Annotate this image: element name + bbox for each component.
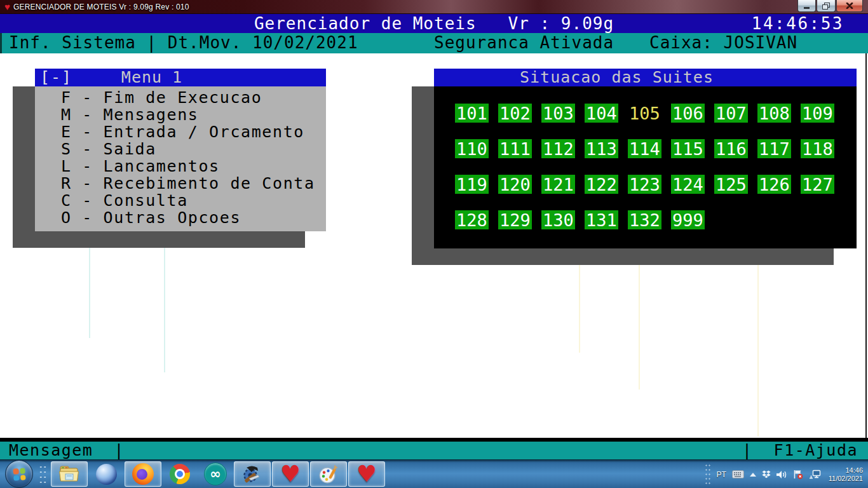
language-indicator[interactable]: PT bbox=[716, 470, 726, 479]
menu-item-s[interactable]: S - Saida bbox=[61, 140, 326, 158]
cashier-label: Caixa: JOSIVAN bbox=[649, 33, 797, 52]
menu-collapse-button[interactable]: [-] bbox=[40, 69, 72, 86]
suite-116[interactable]: 116 bbox=[714, 139, 748, 158]
menu-titlebar: [-] Menu 1 bbox=[35, 69, 326, 86]
suite-129[interactable]: 129 bbox=[498, 210, 532, 229]
start-button[interactable] bbox=[5, 460, 33, 488]
suite-101[interactable]: 101 bbox=[455, 104, 489, 123]
folder-icon bbox=[58, 464, 80, 484]
suite-row: 119120121122123124125126127 bbox=[455, 175, 857, 194]
minimize-icon bbox=[804, 7, 810, 9]
suite-105[interactable]: 105 bbox=[628, 104, 661, 123]
suite-117[interactable]: 117 bbox=[757, 139, 791, 158]
action-center-flag-icon[interactable] bbox=[793, 470, 803, 479]
chrome-icon bbox=[170, 464, 190, 484]
app-status-bar: Mensagem | | F1-Ajuda bbox=[0, 442, 868, 459]
system-tray: PT 14:46 11/02/2021 bbox=[705, 460, 865, 488]
suite-132[interactable]: 132 bbox=[628, 210, 661, 229]
tray-date: 11/02/2021 bbox=[829, 475, 863, 483]
suite-107[interactable]: 107 bbox=[714, 104, 748, 123]
tools-icon bbox=[241, 463, 264, 485]
menu-items: F - Fim de ExecucaoM - MensagensE - Entr… bbox=[35, 86, 326, 231]
suite-122[interactable]: 122 bbox=[585, 175, 618, 194]
network-icon[interactable] bbox=[809, 470, 821, 479]
suite-row: 101102103104105106107108109 bbox=[455, 104, 857, 123]
menu-item-f[interactable]: F - Fim de Execucao bbox=[61, 89, 326, 106]
suite-126[interactable]: 126 bbox=[757, 175, 791, 194]
suite-111[interactable]: 111 bbox=[498, 139, 532, 158]
close-button[interactable] bbox=[836, 0, 863, 12]
blue-sphere-icon bbox=[96, 464, 117, 485]
windows-taskbar: ∞♥♥ PT 14:46 bbox=[0, 459, 868, 488]
suite-120[interactable]: 120 bbox=[498, 175, 532, 194]
taskbar-windows-explorer-button[interactable] bbox=[51, 461, 88, 487]
suites-titlebar: Situacao das Suites bbox=[434, 69, 857, 86]
suite-113[interactable]: 113 bbox=[585, 139, 618, 158]
artifact-line bbox=[757, 265, 759, 437]
show-hidden-icons-button[interactable] bbox=[750, 473, 756, 477]
suite-124[interactable]: 124 bbox=[671, 175, 705, 194]
firefox-icon bbox=[132, 463, 154, 485]
app-title: Gerenciador de Moteis Vr : 9.09g bbox=[254, 14, 614, 33]
menu-item-r[interactable]: R - Recebimento de Conta bbox=[61, 175, 326, 192]
system-info-date: Inf. Sistema | Dt.Mov. 10/02/2021 bbox=[9, 33, 358, 52]
main-content: [-] Menu 1 F - Fim de ExecucaoM - Mensag… bbox=[0, 53, 868, 438]
suite-118[interactable]: 118 bbox=[801, 139, 834, 158]
window-title: GERENCIADOR DE MOTEIS Vr : 9.09g Rev : 0… bbox=[13, 3, 189, 11]
keyboard-icon[interactable] bbox=[732, 470, 744, 478]
menu-item-e[interactable]: E - Entrada / Orcamento bbox=[61, 123, 326, 140]
menu-shadow-bottom bbox=[13, 231, 305, 248]
suite-125[interactable]: 125 bbox=[714, 175, 748, 194]
menu-item-l[interactable]: L - Lancamentos bbox=[61, 158, 326, 175]
app-heart-icon: ♥ bbox=[4, 2, 10, 11]
dropbox-icon[interactable] bbox=[762, 470, 771, 479]
suite-104[interactable]: 104 bbox=[585, 104, 618, 123]
suite-109[interactable]: 109 bbox=[801, 104, 834, 123]
taskbar-app-buttons: ∞♥♥ bbox=[50, 460, 386, 488]
taskbar-paint-button[interactable] bbox=[310, 461, 347, 487]
artifact-line bbox=[89, 248, 90, 338]
suite-106[interactable]: 106 bbox=[671, 104, 705, 123]
app-info-bar: Inf. Sistema | Dt.Mov. 10/02/2021 Segura… bbox=[0, 33, 868, 53]
heart-icon: ♥ bbox=[356, 463, 377, 485]
artifact-line bbox=[579, 265, 580, 353]
arduino-icon: ∞ bbox=[204, 463, 227, 485]
suite-999[interactable]: 999 bbox=[671, 210, 705, 229]
taskbar-arduino-button[interactable]: ∞ bbox=[198, 461, 233, 487]
taskbar-grip-handle[interactable] bbox=[38, 463, 46, 485]
suites-title: Situacao das Suites bbox=[520, 68, 714, 86]
suite-121[interactable]: 121 bbox=[541, 175, 575, 194]
taskbar-motel-app-2-button[interactable]: ♥ bbox=[348, 461, 385, 487]
suite-130[interactable]: 130 bbox=[541, 210, 575, 229]
suite-128[interactable]: 128 bbox=[455, 210, 489, 229]
taskbar-winbox-button[interactable] bbox=[89, 461, 123, 487]
suite-123[interactable]: 123 bbox=[628, 175, 661, 194]
suite-114[interactable]: 114 bbox=[628, 139, 661, 158]
taskbar-dev-tools-button[interactable] bbox=[234, 461, 271, 487]
restore-button[interactable] bbox=[817, 0, 836, 12]
menu-item-m[interactable]: M - Mensagens bbox=[61, 106, 326, 123]
tray-clock[interactable]: 14:46 11/02/2021 bbox=[829, 466, 865, 483]
suite-110[interactable]: 110 bbox=[455, 139, 489, 158]
suite-102[interactable]: 102 bbox=[498, 104, 532, 123]
suite-103[interactable]: 103 bbox=[541, 104, 575, 123]
taskbar-motel-app-button[interactable]: ♥ bbox=[272, 461, 309, 487]
suites-grid: 1011021031041051061071081091101111121131… bbox=[434, 86, 857, 248]
security-status: Seguranca Ativada bbox=[434, 33, 614, 52]
artifact-line bbox=[164, 248, 165, 372]
minimize-button[interactable] bbox=[797, 0, 816, 12]
window-right-border bbox=[865, 53, 867, 438]
suite-112[interactable]: 112 bbox=[541, 139, 575, 158]
taskbar-chrome-button[interactable] bbox=[163, 461, 197, 487]
menu-item-c[interactable]: C - Consulta bbox=[61, 192, 326, 209]
taskbar-firefox-button[interactable] bbox=[125, 461, 161, 487]
volume-icon[interactable] bbox=[776, 470, 787, 479]
suite-108[interactable]: 108 bbox=[757, 104, 791, 123]
app-header-bar: Gerenciador de Moteis Vr : 9.09g 14:46:5… bbox=[0, 14, 868, 33]
suite-115[interactable]: 115 bbox=[671, 139, 705, 158]
suite-119[interactable]: 119 bbox=[455, 175, 489, 194]
suite-131[interactable]: 131 bbox=[585, 210, 618, 229]
menu-item-o[interactable]: O - Outras Opcoes bbox=[61, 209, 326, 226]
tray-grip-handle[interactable] bbox=[705, 463, 710, 486]
suite-127[interactable]: 127 bbox=[801, 175, 834, 194]
